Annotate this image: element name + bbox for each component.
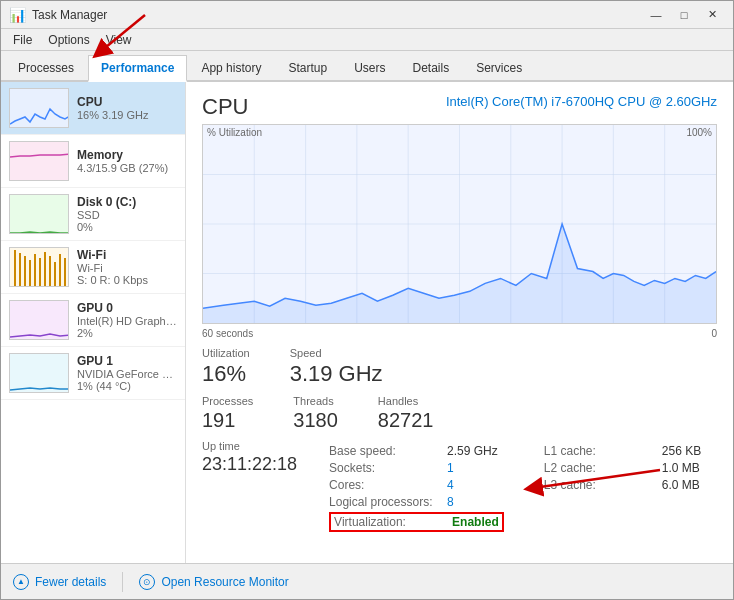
- title-bar: 📊 Task Manager — □ ✕: [1, 1, 733, 29]
- mem-mini-chart: [10, 142, 69, 181]
- main-content: CPU 16% 3.19 GHz Memory 4.3/15.9 GB (27%…: [1, 82, 733, 563]
- cpu-thumbnail: [9, 88, 69, 128]
- sidebar-item-gpu0[interactable]: GPU 0 Intel(R) HD Graphi... 2%: [1, 294, 185, 347]
- menu-file[interactable]: File: [5, 29, 40, 51]
- wifi-info: Wi-Fi Wi-Fi S: 0 R: 0 Kbps: [77, 248, 177, 286]
- sidebar-item-wifi[interactable]: Wi-Fi Wi-Fi S: 0 R: 0 Kbps: [1, 241, 185, 294]
- tab-startup[interactable]: Startup: [275, 55, 340, 80]
- chart-time-right: 0: [711, 328, 717, 339]
- base-speed-row: Base speed: 2.59 GHz: [329, 444, 504, 458]
- open-monitor-button[interactable]: ⊙ Open Resource Monitor: [139, 574, 288, 590]
- window-title: Task Manager: [32, 8, 107, 22]
- disk-thumbnail: [9, 194, 69, 234]
- menu-view[interactable]: View: [98, 29, 140, 51]
- processes-stat: Processes 191: [202, 395, 253, 432]
- cores-key: Cores:: [329, 478, 439, 492]
- virt-val: Enabled: [452, 515, 499, 529]
- tab-users[interactable]: Users: [341, 55, 398, 80]
- threads-label: Threads: [293, 395, 338, 407]
- l2-key: L2 cache:: [544, 461, 654, 475]
- sockets-key: Sockets:: [329, 461, 439, 475]
- cpu-mini-chart: [10, 89, 69, 128]
- memory-thumbnail: [9, 141, 69, 181]
- disk-sub2: 0%: [77, 221, 177, 233]
- title-bar-controls: — □ ✕: [643, 5, 725, 25]
- logical-val: 8: [447, 495, 454, 509]
- threads-stat: Threads 3180: [293, 395, 338, 432]
- memory-info: Memory 4.3/15.9 GB (27%): [77, 148, 177, 174]
- sockets-val: 1: [447, 461, 454, 475]
- sidebar-item-disk[interactable]: Disk 0 (C:) SSD 0%: [1, 188, 185, 241]
- gpu1-sub1: NVIDIA GeForce G...: [77, 368, 177, 380]
- sidebar: CPU 16% 3.19 GHz Memory 4.3/15.9 GB (27%…: [1, 82, 186, 563]
- tab-app-history[interactable]: App history: [188, 55, 274, 80]
- cpu-title: CPU: [77, 95, 177, 109]
- wifi-thumbnail: [9, 247, 69, 287]
- chart-y-max: 100%: [686, 127, 712, 138]
- fewer-details-label: Fewer details: [35, 575, 106, 589]
- tab-performance[interactable]: Performance: [88, 55, 187, 82]
- tab-details[interactable]: Details: [399, 55, 462, 80]
- tab-services[interactable]: Services: [463, 55, 535, 80]
- threads-value: 3180: [293, 409, 338, 432]
- utilization-label: Utilization: [202, 347, 250, 359]
- logical-key: Logical processors:: [329, 495, 439, 509]
- tab-bar: Processes Performance App history Startu…: [1, 51, 733, 82]
- tab-processes[interactable]: Processes: [5, 55, 87, 80]
- wifi-sub1: Wi-Fi: [77, 262, 177, 274]
- speed-value: 3.19 GHz: [290, 361, 383, 387]
- cores-val: 4: [447, 478, 454, 492]
- menu-bar: File Options View: [1, 29, 733, 51]
- memory-title: Memory: [77, 148, 177, 162]
- gpu1-thumbnail: [9, 353, 69, 393]
- cores-row: Cores: 4: [329, 478, 504, 492]
- cpu-info: CPU 16% 3.19 GHz: [77, 95, 177, 121]
- footer: ▲ Fewer details ⊙ Open Resource Monitor: [1, 563, 733, 599]
- cpu-sub: 16% 3.19 GHz: [77, 109, 177, 121]
- speed-stat: Speed 3.19 GHz: [290, 347, 383, 387]
- sidebar-item-cpu[interactable]: CPU 16% 3.19 GHz: [1, 82, 185, 135]
- sidebar-item-gpu1[interactable]: GPU 1 NVIDIA GeForce G... 1% (44 °C): [1, 347, 185, 400]
- title-bar-left: 📊 Task Manager: [9, 7, 107, 23]
- details-col-1: Base speed: 2.59 GHz Sockets: 1 Cores: 4: [329, 444, 504, 535]
- stats-row-1: Utilization 16% Speed 3.19 GHz: [202, 347, 717, 387]
- details-col-2: L1 cache: 256 KB L2 cache: 1.0 MB L3 cac…: [544, 444, 701, 535]
- maximize-button[interactable]: □: [671, 5, 697, 25]
- fewer-details-button[interactable]: ▲ Fewer details: [13, 574, 106, 590]
- virtualization-row: Virtualization: Enabled: [329, 512, 504, 532]
- gpu0-mini-chart: [10, 301, 69, 340]
- menu-options[interactable]: Options: [40, 29, 97, 51]
- task-manager-window: 📊 Task Manager — □ ✕ File Options View P…: [0, 0, 734, 600]
- cpu-main-title: CPU: [202, 94, 248, 120]
- disk-mini-chart: [10, 195, 69, 234]
- logical-row: Logical processors: 8: [329, 495, 504, 509]
- gpu0-sub2: 2%: [77, 327, 177, 339]
- cpu-chart-area: % Utilization 100%: [202, 124, 717, 324]
- main-panel: CPU Intel(R) Core(TM) i7-6700HQ CPU @ 2.…: [186, 82, 733, 563]
- l2-row: L2 cache: 1.0 MB: [544, 461, 701, 475]
- fewer-details-icon: ▲: [13, 574, 29, 590]
- speed-label: Speed: [290, 347, 383, 359]
- l3-row: L3 cache: 6.0 MB: [544, 478, 701, 492]
- gpu0-thumbnail: [9, 300, 69, 340]
- l3-key: L3 cache:: [544, 478, 654, 492]
- sidebar-item-memory[interactable]: Memory 4.3/15.9 GB (27%): [1, 135, 185, 188]
- app-icon: 📊: [9, 7, 26, 23]
- l1-key: L1 cache:: [544, 444, 654, 458]
- processes-label: Processes: [202, 395, 253, 407]
- gpu1-info: GPU 1 NVIDIA GeForce G... 1% (44 °C): [77, 354, 177, 392]
- disk-sub1: SSD: [77, 209, 177, 221]
- close-button[interactable]: ✕: [699, 5, 725, 25]
- base-speed-key: Base speed:: [329, 444, 439, 458]
- utilization-value: 16%: [202, 361, 250, 387]
- utilization-stat: Utilization 16%: [202, 347, 250, 387]
- l1-val: 256 KB: [662, 444, 701, 458]
- cpu-chart-svg: [203, 125, 716, 323]
- base-speed-val: 2.59 GHz: [447, 444, 498, 458]
- minimize-button[interactable]: —: [643, 5, 669, 25]
- gpu0-sub1: Intel(R) HD Graphi...: [77, 315, 177, 327]
- cpu-header: CPU Intel(R) Core(TM) i7-6700HQ CPU @ 2.…: [202, 94, 717, 120]
- sockets-row: Sockets: 1: [329, 461, 504, 475]
- open-monitor-icon: ⊙: [139, 574, 155, 590]
- l2-val: 1.0 MB: [662, 461, 700, 475]
